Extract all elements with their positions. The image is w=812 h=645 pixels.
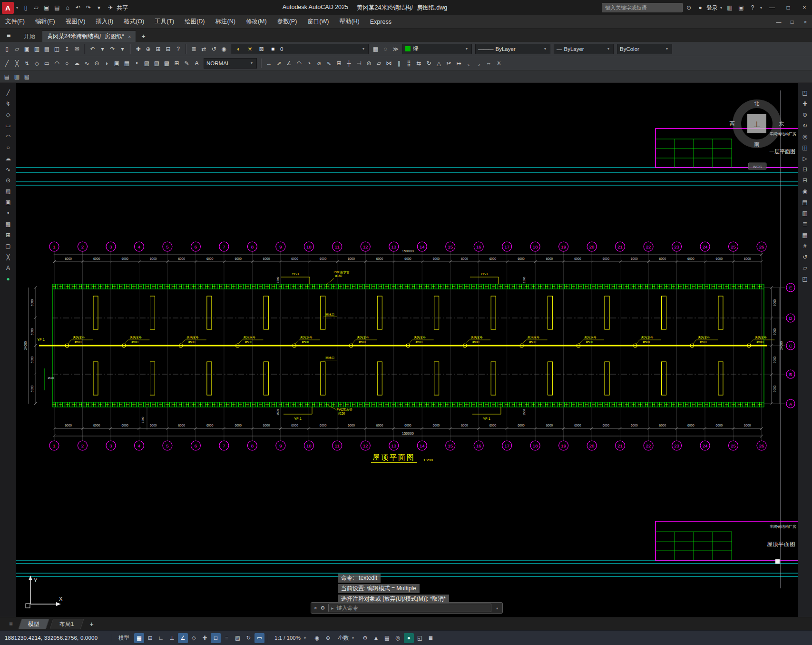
multileader-button[interactable]: ⇖ bbox=[324, 58, 334, 69]
customization-icon[interactable]: ≣ bbox=[426, 633, 436, 643]
menu-item-9[interactable]: 修改(M) bbox=[241, 15, 272, 28]
point-button[interactable]: • bbox=[132, 58, 142, 69]
spline-button[interactable]: ∿ bbox=[82, 58, 92, 69]
draw-region-icon[interactable]: ▩ bbox=[2, 219, 14, 229]
menu-item-1[interactable]: 文件(F) bbox=[0, 15, 30, 28]
draw-point-icon[interactable]: • bbox=[2, 208, 14, 218]
menu-item-11[interactable]: 窗口(W) bbox=[302, 15, 334, 28]
group-panel-button[interactable]: ▥ bbox=[12, 71, 22, 82]
style-dropdown[interactable]: NORMAL ▾ bbox=[204, 58, 257, 69]
layer-bulb-icon[interactable]: ◐ bbox=[234, 44, 244, 54]
plot-preview-button[interactable]: ◫ bbox=[52, 44, 62, 54]
qnew-icon[interactable]: ▯ bbox=[20, 2, 31, 13]
dim-diameter-button[interactable]: ⌀ bbox=[314, 58, 324, 69]
doc-close-button[interactable]: × bbox=[799, 15, 812, 28]
dim-radius-button[interactable]: ◔ bbox=[304, 58, 314, 69]
clean-screen-icon[interactable]: ◱ bbox=[415, 633, 425, 643]
annotation-visibility-icon[interactable]: ◉ bbox=[312, 633, 322, 643]
layer-lock-icon[interactable]: ⊠ bbox=[256, 44, 266, 54]
layer-unisolate-button[interactable]: ◌ bbox=[381, 44, 391, 54]
compass-west-label[interactable]: 西 bbox=[730, 121, 735, 127]
lineweight-display-icon[interactable]: ≡ bbox=[222, 633, 232, 643]
units-button[interactable]: 小数 ▾ bbox=[335, 635, 358, 642]
tab-menu-icon[interactable]: ≡ bbox=[0, 29, 17, 42]
layer-states-button[interactable]: ▦ bbox=[371, 44, 381, 54]
dim-angular-button[interactable]: ∠ bbox=[284, 58, 294, 69]
layer-color-swatch-icon[interactable]: ■ bbox=[268, 44, 278, 54]
doc-maximize-button[interactable]: □ bbox=[785, 15, 799, 28]
layout-menu-icon[interactable]: ≡ bbox=[2, 620, 20, 627]
tolerance-button[interactable]: ⊞ bbox=[334, 58, 344, 69]
selection-cycling-icon[interactable]: ↻ bbox=[244, 633, 254, 643]
construction-line-button[interactable]: ╳ bbox=[12, 58, 22, 69]
help-caret-icon[interactable]: ▾ bbox=[759, 6, 763, 10]
draw-ellipse-icon[interactable]: ⊙ bbox=[2, 175, 14, 186]
open-web-icon[interactable]: ⌂ bbox=[62, 2, 73, 13]
ellipse-arc-button[interactable]: ◗ bbox=[102, 58, 112, 69]
save-button[interactable]: ▣ bbox=[22, 44, 32, 54]
close-button[interactable]: × bbox=[797, 0, 812, 15]
model-tab[interactable]: 模型 bbox=[18, 619, 49, 629]
osnap-tracking-icon[interactable]: ✚ bbox=[200, 633, 210, 643]
command-bar[interactable]: × ⚙ ▸ ▴ bbox=[311, 602, 503, 614]
mtext-button[interactable]: A bbox=[192, 58, 202, 69]
rotate-button[interactable]: ↻ bbox=[424, 58, 434, 69]
orbit-icon[interactable]: ↻ bbox=[799, 120, 811, 131]
command-recent-caret-icon[interactable]: ▴ bbox=[495, 606, 499, 610]
open-button[interactable]: ▱ bbox=[12, 44, 22, 54]
draw-revcloud-icon[interactable]: ☁ bbox=[2, 153, 14, 164]
workspace-switching-icon[interactable]: ⚙ bbox=[360, 633, 370, 643]
layer-sun-icon[interactable]: ☀ bbox=[245, 44, 255, 54]
show-motion-icon[interactable]: ▷ bbox=[799, 153, 811, 164]
menu-item-8[interactable]: 标注(N) bbox=[210, 15, 241, 28]
draw-xline-icon[interactable]: ╳ bbox=[2, 252, 14, 262]
status-indicator-dot[interactable]: ● bbox=[2, 274, 14, 284]
apps-icon[interactable]: ▣ bbox=[736, 2, 746, 13]
menu-item-10[interactable]: 参数(P) bbox=[272, 15, 303, 28]
insert-block-button[interactable]: ▣ bbox=[112, 58, 122, 69]
layer-dropdown[interactable]: ◐☀⊠■ 0 ▾ bbox=[231, 44, 369, 54]
ortho-mode-icon[interactable]: ⊥ bbox=[167, 633, 177, 643]
wcs-label[interactable]: WCS bbox=[753, 165, 762, 169]
table-button[interactable]: ⊞ bbox=[172, 58, 182, 69]
menu-item-13[interactable]: Express bbox=[365, 15, 397, 28]
redo-caret-icon[interactable]: ▾ bbox=[117, 44, 127, 54]
lineweight-dropdown[interactable]: — ByLayer ▾ bbox=[554, 44, 614, 54]
history-icon[interactable]: ↺ bbox=[799, 252, 811, 262]
draw-table-icon[interactable]: ⊞ bbox=[2, 230, 14, 240]
draw-hatch-icon[interactable]: ▨ bbox=[2, 186, 14, 197]
draw-circle-icon[interactable]: ○ bbox=[2, 142, 14, 153]
blocks-panel-icon[interactable]: ▦ bbox=[799, 230, 811, 240]
publish-button[interactable]: ↥ bbox=[62, 44, 72, 54]
color-dropdown[interactable]: 绿 ▾ bbox=[402, 44, 472, 54]
annotation-a-icon[interactable]: A bbox=[2, 263, 14, 273]
fullscreen-icon[interactable]: ◳ bbox=[799, 88, 811, 98]
help-icon[interactable]: ? bbox=[747, 2, 758, 13]
isometric-drafting-icon[interactable]: ◇ bbox=[189, 633, 199, 643]
draw-polyline-icon[interactable]: ↯ bbox=[2, 99, 14, 109]
command-close-icon[interactable]: × bbox=[314, 605, 317, 611]
match-properties-button[interactable]: ≫ bbox=[391, 44, 401, 54]
create-block-button[interactable]: ▦ bbox=[122, 58, 132, 69]
zoom-window-button[interactable]: ⊞ bbox=[153, 44, 163, 54]
view-top-icon[interactable]: ⊡ bbox=[799, 164, 811, 175]
isolate-objects-icon[interactable]: ◎ bbox=[393, 633, 403, 643]
layer-match-button[interactable]: ⇄ bbox=[199, 44, 209, 54]
array-button[interactable]: ⣿ bbox=[404, 58, 414, 69]
layer-previous-button[interactable]: ↺ bbox=[209, 44, 219, 54]
new-layout-button[interactable]: + bbox=[86, 620, 98, 628]
zoom-extents-icon[interactable]: ⊕ bbox=[799, 109, 811, 120]
polar-tracking-icon[interactable]: ∠ bbox=[178, 633, 188, 643]
layer-properties-button[interactable]: ≣ bbox=[189, 44, 199, 54]
login-caret-icon[interactable]: ▾ bbox=[719, 6, 724, 10]
palette-tool-button[interactable]: ▧ bbox=[22, 71, 32, 82]
steering-wheel-icon[interactable]: ◎ bbox=[799, 131, 811, 142]
compass-north-label[interactable]: 北 bbox=[754, 100, 760, 106]
copy-button[interactable]: ▱ bbox=[374, 58, 384, 69]
sheet-set-icon[interactable]: ▤ bbox=[799, 197, 811, 208]
layer-isolate-button[interactable]: ◉ bbox=[219, 44, 229, 54]
stretch-button[interactable]: ⇔ bbox=[484, 58, 494, 69]
annotation-scale-button[interactable]: 1:1 / 100% ▾ bbox=[272, 635, 310, 641]
dim-arc-button[interactable]: ◠ bbox=[294, 58, 304, 69]
maximize-button[interactable]: □ bbox=[781, 0, 796, 15]
